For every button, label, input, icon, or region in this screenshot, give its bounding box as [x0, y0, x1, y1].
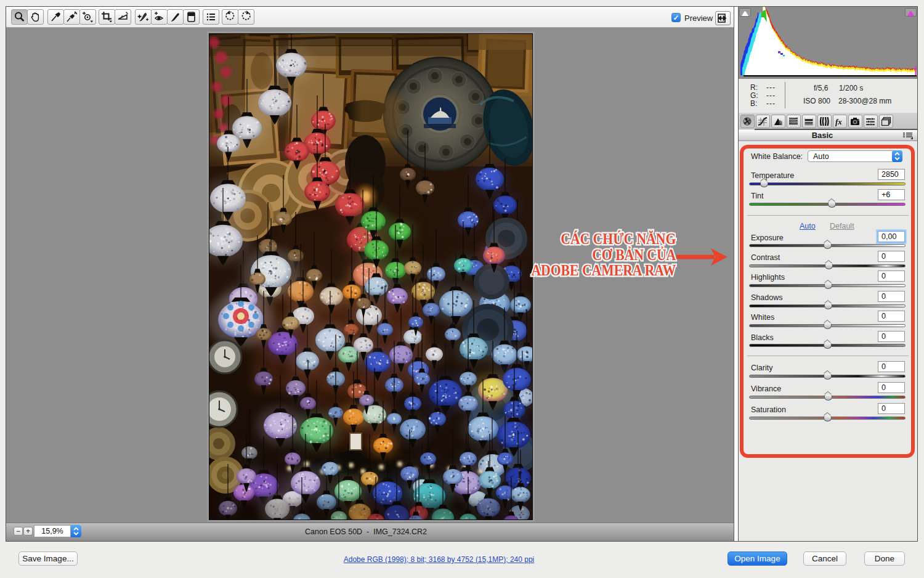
svg-text:fx: fx	[835, 117, 842, 126]
